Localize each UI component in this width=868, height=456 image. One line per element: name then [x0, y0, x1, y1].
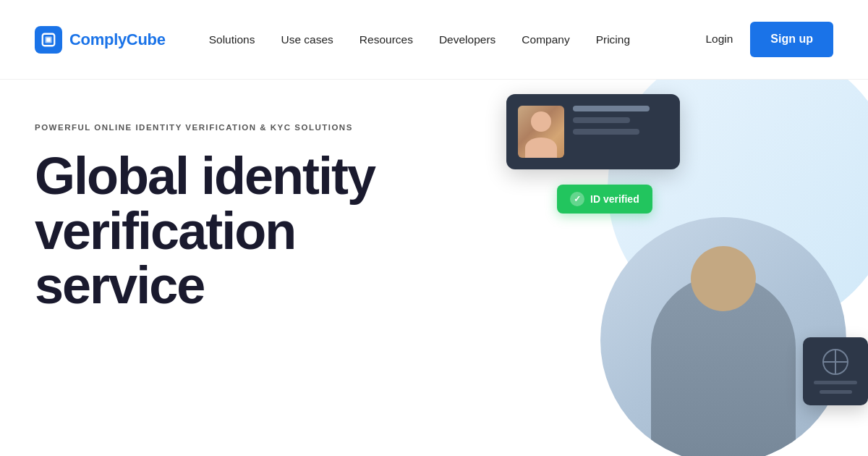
hero-illustration: ID verified	[463, 80, 868, 449]
nav-link-developers[interactable]: Developers	[439, 33, 495, 46]
id-verified-badge: ID verified	[557, 185, 652, 214]
nav-link-company[interactable]: Company	[522, 33, 569, 46]
id-card-line-2	[573, 117, 630, 123]
navbar: ComplyCube Solutions Use cases Resources…	[0, 0, 868, 80]
nav-link-resources[interactable]: Resources	[359, 33, 413, 46]
login-button[interactable]: Login	[705, 33, 733, 46]
passport-card	[803, 337, 868, 405]
logo-icon	[35, 26, 62, 54]
hero-title: Global identity verification service	[35, 149, 440, 313]
globe-icon	[822, 349, 848, 375]
signup-button[interactable]: Sign up	[750, 22, 833, 57]
id-card-info	[573, 106, 668, 140]
passport-line-2	[820, 390, 852, 394]
nav-links: Solutions Use cases Resources Developers…	[209, 33, 706, 46]
logo[interactable]: ComplyCube	[35, 26, 166, 54]
id-verified-text: ID verified	[590, 193, 639, 205]
nav-link-use-cases[interactable]: Use cases	[281, 33, 333, 46]
person-photo-circle	[600, 217, 846, 456]
hero-title-line3: service	[35, 256, 204, 314]
id-card-line-3	[573, 129, 639, 135]
nav-link-solutions[interactable]: Solutions	[209, 33, 255, 46]
hero-section: POWERFUL ONLINE IDENTITY VERIFICATION & …	[0, 80, 868, 456]
logo-text: ComplyCube	[69, 30, 166, 49]
nav-link-pricing[interactable]: Pricing	[596, 33, 630, 46]
nav-actions: Login Sign up	[705, 22, 833, 57]
svg-rect-2	[46, 38, 51, 42]
hero-title-line2: verification	[35, 202, 295, 260]
id-card-mockup	[506, 94, 680, 169]
passport-line-1	[814, 381, 857, 384]
id-card-line-1	[573, 106, 650, 111]
hero-title-line1: Global identity	[35, 147, 375, 205]
id-card-photo	[518, 106, 564, 158]
